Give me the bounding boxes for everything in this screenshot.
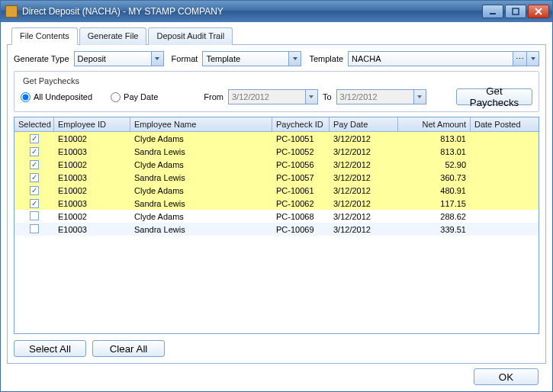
get-paychecks-button[interactable]: Get Paychecks: [456, 88, 532, 105]
cell-net-amount: 813.01: [398, 134, 471, 143]
col-paycheck-id[interactable]: Paycheck ID: [272, 117, 330, 131]
row-checkbox[interactable]: [30, 173, 39, 182]
cell-employee-id: E10002: [54, 186, 130, 195]
cell-net-amount: 360.73: [398, 173, 471, 182]
cell-employee-id: E10003: [54, 147, 130, 156]
chevron-down-icon: [288, 52, 301, 66]
cell-pay-date: 3/12/2012: [330, 199, 398, 208]
table-row[interactable]: E10003Sandra LewisPC-100693/12/2012339.5…: [14, 223, 539, 236]
grid-header: Selected Employee ID Employee Name Paych…: [14, 117, 539, 132]
table-row[interactable]: E10003Sandra LewisPC-100623/12/2012117.1…: [14, 197, 539, 210]
radio-all-undeposited[interactable]: All Undeposited: [21, 92, 92, 102]
cell-employee-name: Clyde Adams: [130, 186, 272, 195]
col-selected[interactable]: Selected: [14, 117, 54, 131]
close-button[interactable]: [528, 5, 549, 18]
cell-pay-date: 3/12/2012: [330, 225, 398, 234]
radio-pay-date[interactable]: Pay Date: [111, 92, 158, 102]
tab-panel: Generate Type Deposit Format Template Te…: [7, 45, 546, 364]
col-date-posted[interactable]: Date Posted: [471, 117, 539, 131]
cell-employee-id: E10003: [54, 173, 130, 182]
select-all-button[interactable]: Select All: [14, 340, 86, 357]
get-paychecks-fieldset: Get Paychecks All Undeposited Pay Date F…: [14, 71, 539, 112]
cell-pay-date: 3/12/2012: [330, 160, 398, 169]
row-checkbox[interactable]: [30, 160, 39, 169]
cell-net-amount: 480.91: [398, 186, 471, 195]
tab-strip: File Contents Generate File Deposit Audi…: [7, 27, 546, 45]
row-checkbox[interactable]: [30, 134, 39, 143]
cell-pay-date: 3/12/2012: [330, 134, 398, 143]
row-checkbox[interactable]: [30, 211, 39, 220]
cell-employee-name: Sandra Lewis: [130, 225, 272, 234]
tab-generate-file[interactable]: Generate File: [79, 27, 147, 45]
cell-employee-name: Clyde Adams: [130, 212, 272, 221]
cell-paycheck-id: PC-10052: [272, 147, 330, 156]
svg-rect-1: [513, 8, 519, 14]
cell-paycheck-id: PC-10069: [272, 225, 330, 234]
minimize-button[interactable]: [482, 5, 503, 18]
row-checkbox[interactable]: [30, 199, 39, 208]
cell-employee-id: E10002: [54, 134, 130, 143]
table-row[interactable]: E10003Sandra LewisPC-100573/12/2012360.7…: [14, 171, 539, 184]
generate-type-value: Deposit: [78, 54, 151, 63]
col-employee-name[interactable]: Employee Name: [130, 117, 272, 131]
to-label: To: [323, 92, 332, 101]
cell-employee-name: Sandra Lewis: [130, 147, 272, 156]
radio-all-undeposited-label: All Undeposited: [34, 92, 92, 101]
table-row[interactable]: E10002Clyde AdamsPC-100683/12/2012288.62: [14, 210, 539, 223]
ok-button[interactable]: OK: [474, 368, 539, 385]
cell-employee-name: Clyde Adams: [130, 160, 272, 169]
chevron-down-icon: [413, 90, 426, 104]
format-label: Format: [172, 54, 198, 63]
cell-net-amount: 813.01: [398, 147, 471, 156]
tab-file-contents[interactable]: File Contents: [11, 27, 78, 45]
col-net-amount[interactable]: Net Amount: [398, 117, 471, 131]
to-date-value: 3/12/2012: [340, 92, 378, 101]
cell-net-amount: 52.90: [398, 160, 471, 169]
chevron-down-icon: [305, 90, 317, 104]
cell-net-amount: 339.51: [398, 225, 471, 234]
cell-employee-id: E10003: [54, 225, 130, 234]
radio-pay-date-label: Pay Date: [124, 92, 158, 101]
from-date-input[interactable]: 3/12/2012: [228, 89, 318, 104]
format-value: Template: [206, 54, 288, 63]
cell-paycheck-id: PC-10062: [272, 199, 330, 208]
cell-net-amount: 288.62: [398, 212, 471, 221]
grid-body[interactable]: E10002Clyde AdamsPC-100513/12/2012813.01…: [14, 132, 539, 333]
chevron-down-icon: [526, 52, 539, 66]
template-value: NACHA: [352, 54, 513, 63]
cell-pay-date: 3/12/2012: [330, 212, 398, 221]
row-checkbox[interactable]: [30, 224, 39, 233]
cell-paycheck-id: PC-10051: [272, 134, 330, 143]
cell-employee-id: E10003: [54, 199, 130, 208]
table-row[interactable]: E10002Clyde AdamsPC-100613/12/2012480.91: [14, 184, 539, 197]
cell-pay-date: 3/12/2012: [330, 147, 398, 156]
template-label: Template: [309, 54, 343, 63]
ellipsis-icon: ⋯: [513, 52, 526, 66]
col-employee-id[interactable]: Employee ID: [54, 117, 130, 131]
cell-employee-name: Clyde Adams: [130, 134, 272, 143]
from-date-value: 3/12/2012: [232, 92, 269, 101]
generate-type-combo[interactable]: Deposit: [74, 51, 164, 66]
tab-deposit-audit-trail[interactable]: Deposit Audit Trail: [148, 27, 233, 45]
cell-pay-date: 3/12/2012: [330, 186, 398, 195]
template-combo[interactable]: NACHA ⋯: [348, 51, 539, 66]
maximize-button[interactable]: [505, 5, 526, 18]
table-row[interactable]: E10002Clyde AdamsPC-100513/12/2012813.01: [14, 132, 539, 145]
generate-type-label: Generate Type: [14, 54, 69, 63]
cell-employee-id: E10002: [54, 212, 130, 221]
row-checkbox[interactable]: [30, 186, 39, 195]
svg-rect-0: [490, 13, 496, 14]
paychecks-grid: Selected Employee ID Employee Name Paych…: [14, 117, 539, 334]
table-row[interactable]: E10003Sandra LewisPC-100523/12/2012813.0…: [14, 145, 539, 158]
get-paychecks-legend: Get Paychecks: [21, 76, 82, 85]
clear-all-button[interactable]: Clear All: [92, 340, 165, 357]
to-date-input[interactable]: 3/12/2012: [336, 89, 426, 104]
format-combo[interactable]: Template: [202, 51, 301, 66]
row-checkbox[interactable]: [30, 147, 39, 156]
cell-employee-name: Sandra Lewis: [130, 199, 272, 208]
window-title: Direct Deposit (NACHA) - MY STAMP COMPAN…: [22, 6, 482, 17]
col-pay-date[interactable]: Pay Date: [330, 117, 398, 131]
table-row[interactable]: E10002Clyde AdamsPC-100563/12/201252.90: [14, 158, 539, 171]
cell-paycheck-id: PC-10061: [272, 186, 330, 195]
from-label: From: [204, 92, 223, 101]
